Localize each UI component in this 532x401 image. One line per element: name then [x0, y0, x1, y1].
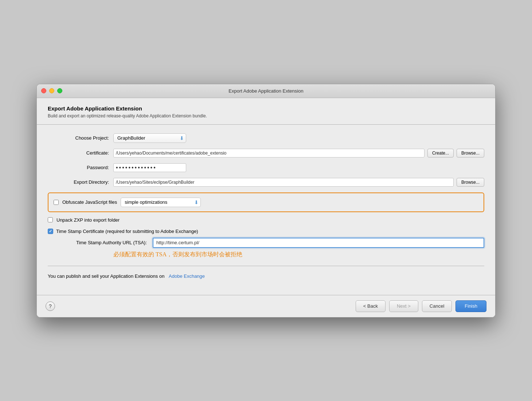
timestamp-checkbox[interactable]: [48, 229, 53, 234]
certificate-control: Create... Browse...: [113, 149, 484, 157]
tsa-label: Time Stamp Authority URL (TSA):: [48, 240, 150, 245]
unpack-checkbox[interactable]: [48, 217, 53, 222]
certificate-input[interactable]: [113, 149, 425, 157]
dialog-subtitle: Build and export an optimized release-qu…: [48, 113, 484, 118]
create-button[interactable]: Create...: [427, 149, 454, 157]
export-dir-control: Browse...: [113, 178, 484, 187]
dialog-title: Export Adobe Application Extension: [48, 105, 484, 112]
tsa-row: Time Stamp Authority URL (TSA):: [48, 238, 484, 248]
obfuscate-label: Obfuscate JavaScript files: [62, 199, 117, 205]
obfuscate-annotation: 务必取消此项，否则打包将出错。 若需压缩代码，请提前自行使用其他工具: [495, 196, 496, 217]
choose-project-label: Choose Project:: [48, 135, 113, 141]
tsa-input[interactable]: [153, 238, 484, 248]
unpack-label: Unpack ZXP into export folder: [56, 217, 120, 223]
project-select[interactable]: GraphBuilder OtherProject: [113, 133, 186, 143]
export-dir-input[interactable]: [113, 178, 454, 187]
browse-cert-button[interactable]: Browse...: [457, 149, 484, 157]
window-controls: [41, 88, 62, 93]
window-title: Export Adobe Application Extension: [228, 88, 303, 94]
obfuscate-section: Obfuscate JavaScript files simple optimi…: [48, 192, 484, 212]
obfuscate-select[interactable]: simple optimizations advanced optimizati…: [121, 198, 201, 207]
timestamp-check-row: Time Stamp Certificate (required for sub…: [48, 229, 484, 234]
close-button[interactable]: [41, 88, 46, 93]
certificate-row: Certificate: Create... Browse...: [48, 149, 484, 157]
browse-dir-button[interactable]: Browse...: [457, 178, 484, 187]
main-content: Choose Project: GraphBuilder OtherProjec…: [37, 125, 495, 295]
adobe-exchange-link[interactable]: Adobe Exchange: [169, 273, 205, 279]
titlebar: Export Adobe Application Extension: [37, 84, 495, 98]
certificate-label: Certificate:: [48, 150, 113, 156]
project-select-wrapper: GraphBuilder OtherProject ⬇: [113, 133, 186, 143]
password-input[interactable]: [113, 163, 186, 172]
export-dir-row: Export Directory: Browse...: [48, 178, 484, 187]
project-control: GraphBuilder OtherProject ⬇: [113, 133, 484, 143]
footer-left: ?: [46, 301, 55, 311]
password-control: [113, 163, 484, 172]
unpack-row: Unpack ZXP into export folder: [48, 217, 484, 223]
next-button[interactable]: Next >: [389, 300, 418, 312]
obfuscate-checkbox[interactable]: [54, 200, 59, 205]
obfuscate-select-wrapper: simple optimizations advanced optimizati…: [121, 198, 201, 207]
header-section: Export Adobe Application Extension Build…: [37, 98, 495, 125]
footer: ? < Back Next > Cancel Finish: [37, 295, 495, 317]
tsa-annotation: 必须配置有效的 TSA，否则发布到市场时会被拒绝: [113, 251, 484, 258]
timestamp-cert-label: Time Stamp Certificate (required for sub…: [56, 229, 198, 234]
obfuscate-row: Obfuscate JavaScript files simple optimi…: [54, 198, 201, 207]
obfuscate-wrapper: Obfuscate JavaScript files simple optimi…: [48, 192, 484, 212]
timestamp-section: Time Stamp Certificate (required for sub…: [48, 229, 484, 258]
choose-project-row: Choose Project: GraphBuilder OtherProjec…: [48, 133, 484, 143]
minimize-button[interactable]: [49, 88, 54, 93]
footer-right: < Back Next > Cancel Finish: [356, 300, 486, 312]
finish-button[interactable]: Finish: [455, 300, 486, 312]
divider: [48, 266, 484, 266]
publish-text: You can publish and sell your Applicatio…: [48, 273, 164, 279]
publish-row: You can publish and sell your Applicatio…: [48, 273, 484, 279]
help-button[interactable]: ?: [46, 301, 55, 311]
maximize-button[interactable]: [57, 88, 62, 93]
password-row: Password:: [48, 163, 484, 172]
export-dir-label: Export Directory:: [48, 179, 113, 185]
cancel-button[interactable]: Cancel: [422, 300, 452, 312]
password-label: Password:: [48, 165, 113, 170]
back-button[interactable]: < Back: [356, 300, 386, 312]
main-window: Export Adobe Application Extension Expor…: [36, 84, 496, 318]
